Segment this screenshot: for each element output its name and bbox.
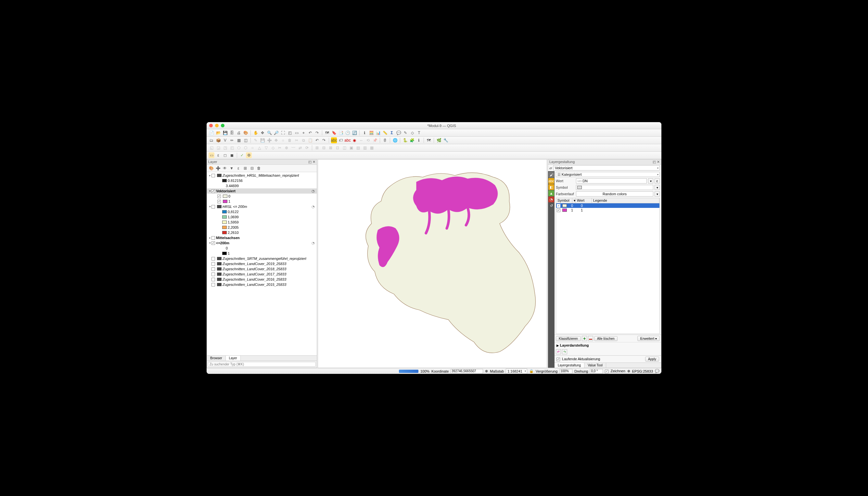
layer-expression-icon[interactable]: ε xyxy=(235,165,242,171)
pan-icon[interactable]: ✋ xyxy=(253,130,259,136)
tab-value-tool[interactable]: Value Tool xyxy=(585,363,606,368)
3d-tab-icon[interactable]: ▲ xyxy=(548,190,554,196)
layer-item[interactable]: ▸Mittelsachsen xyxy=(207,235,317,241)
symbology-tab-icon[interactable]: 🖌 xyxy=(548,172,554,178)
bookmarks-icon[interactable]: 📑 xyxy=(338,130,344,136)
layer-item[interactable]: Zugeschnitten_LandCover_2016_25833 xyxy=(207,277,317,282)
label-diagram-icon[interactable]: 🏷 xyxy=(338,137,344,143)
maximize-button[interactable] xyxy=(221,124,224,127)
layer-visibility-icon[interactable]: 👁 xyxy=(222,165,228,171)
grass-icon[interactable]: 🌿 xyxy=(436,137,442,143)
wert-field[interactable]: 123 DN xyxy=(576,178,647,184)
symbol-dropdown-icon[interactable]: ▾ xyxy=(654,185,660,190)
category-row[interactable]: 1 1 xyxy=(556,208,660,213)
zoom-full-icon[interactable]: ⛶ xyxy=(280,130,286,136)
layer-item[interactable]: Zugeschnitten_LandCover_2019_25833 xyxy=(207,261,317,266)
zoom-out-icon[interactable]: 🔎 xyxy=(273,130,279,136)
open-project-icon[interactable]: 📂 xyxy=(215,130,221,136)
maptips-icon[interactable]: 💬 xyxy=(396,130,402,136)
label-tool-icon[interactable]: ◉ xyxy=(352,137,357,143)
decoration-icon[interactable]: ◇ xyxy=(409,130,415,136)
labeling-icon[interactable]: abc xyxy=(331,137,337,143)
new-project-icon[interactable]: 📄 xyxy=(208,130,214,136)
renderer-combo[interactable]: ☷ Kategorisiert xyxy=(556,172,660,177)
layout-icon[interactable]: 🖨 xyxy=(236,130,242,136)
category-row[interactable]: 0 0 xyxy=(556,203,660,208)
layer-item[interactable]: Zugeschnitten_LandCover_2018_25833 xyxy=(207,266,317,272)
render-check[interactable]: Zeichnen xyxy=(605,369,625,373)
calculator-icon[interactable]: 🧮 xyxy=(368,130,374,136)
open-data-source-icon[interactable]: 🗂 xyxy=(208,137,214,143)
styling-layer-select[interactable]: ▱ Vektorisiert xyxy=(548,165,661,171)
lock-icon[interactable]: 🔒 xyxy=(529,369,534,373)
layer-item[interactable]: Zugeschnitten_LandCover_2015_25833 xyxy=(207,282,317,287)
refresh-icon[interactable]: 🔄 xyxy=(352,130,357,136)
zoom-last-icon[interactable]: ↶ xyxy=(307,130,313,136)
pan-selection-icon[interactable]: ✥ xyxy=(260,130,265,136)
layer-item-selected[interactable]: ▾Vektorisiert◔ xyxy=(207,188,317,193)
symbol-field[interactable] xyxy=(576,185,653,190)
scale-combo[interactable]: 1:168241 xyxy=(506,369,527,374)
new-bookmark-icon[interactable]: 🔖 xyxy=(331,130,337,136)
delete-all-button[interactable]: Alle löschen xyxy=(594,336,618,341)
classify-button[interactable]: Klassifizieren xyxy=(556,336,581,341)
tab-browser[interactable]: Browser xyxy=(207,356,226,360)
layer-item[interactable]: Zugeschnitten_LandCover_2017_25833 xyxy=(207,272,317,277)
label-highlight-icon[interactable]: abc xyxy=(345,137,351,143)
live-update-check[interactable]: Laufende Aktualisierung xyxy=(557,357,600,361)
processing-toolbox-icon[interactable]: ⚙ xyxy=(246,152,252,158)
layer-remove-icon[interactable]: 🗑 xyxy=(256,165,262,171)
undo-icon[interactable]: ↶ xyxy=(314,137,320,143)
measure-icon[interactable]: 📏 xyxy=(382,130,388,136)
minimize-button[interactable] xyxy=(215,124,219,127)
diagrams-tab-icon[interactable]: ◔ xyxy=(548,197,554,202)
new-geopackage-icon[interactable]: 📦 xyxy=(215,137,221,143)
db-manager-icon[interactable]: 🛢 xyxy=(382,137,388,143)
tab-layergestaltung[interactable]: Layergestaltung xyxy=(555,363,585,368)
wert-expression-icon[interactable]: ε xyxy=(654,178,660,184)
zoom-next-icon[interactable]: ↷ xyxy=(314,130,320,136)
layer-filter-icon[interactable]: ▼ xyxy=(229,165,234,171)
layer-add-group-icon[interactable]: ➕ xyxy=(215,165,221,171)
legend-item[interactable]: 1 xyxy=(207,199,317,204)
save-icon[interactable]: 💾 xyxy=(222,130,228,136)
layer-rendering-row[interactable]: ▶ Layerdarstellung xyxy=(555,342,661,348)
processing-check-icon[interactable]: ✓ xyxy=(239,152,245,158)
save-as-icon[interactable]: 🗄 xyxy=(229,130,235,136)
layer-tree[interactable]: ▸Zugeschnitten_HRSL_Mittelsachsen_reproj… xyxy=(207,172,317,355)
apply-button[interactable]: Apply xyxy=(645,357,659,361)
layer-item[interactable]: ▾<=200m◔ xyxy=(207,241,317,246)
messages-icon[interactable]: 💬 xyxy=(655,369,660,373)
locator-input[interactable] xyxy=(208,362,316,367)
select-expr-icon[interactable]: ε xyxy=(215,152,221,158)
add-raster-icon[interactable]: ▦ xyxy=(236,137,242,143)
redo-icon[interactable]: ↷ xyxy=(321,137,327,143)
python-icon[interactable]: 🐍 xyxy=(402,137,408,143)
temporal-icon[interactable]: 🕒 xyxy=(345,130,351,136)
select-all-icon[interactable]: ◼ xyxy=(229,152,235,158)
zoom-native-icon[interactable]: ⌖ xyxy=(300,130,306,136)
map-canvas[interactable] xyxy=(318,159,547,368)
deselect-icon[interactable]: ◻ xyxy=(222,152,228,158)
add-vector-icon[interactable]: V xyxy=(222,137,228,143)
ramp-field[interactable]: Random colors xyxy=(576,191,653,197)
layer-collapse-icon[interactable]: ⊟ xyxy=(249,165,255,171)
rot-input[interactable] xyxy=(590,369,603,374)
layer-style-icon[interactable]: 🎨 xyxy=(208,165,214,171)
zoom-in-icon[interactable]: 🔍 xyxy=(266,130,272,136)
layer-expand-icon[interactable]: ⊞ xyxy=(242,165,248,171)
advanced-button[interactable]: Erweitert ▾ xyxy=(637,336,660,341)
crs-label[interactable]: EPSG:25833 xyxy=(632,369,653,373)
osm-icon[interactable]: 🗺 xyxy=(426,137,432,143)
crs-icon[interactable]: ⊕ xyxy=(627,369,630,373)
history-tab-icon[interactable]: ↺ xyxy=(548,203,554,208)
layer-item[interactable]: Zugeschnitten_SRTM_zusammengeführt_repro… xyxy=(207,256,317,261)
annotation-icon[interactable]: ✎ xyxy=(403,130,408,136)
layer-item[interactable]: ▾HRSL <= 200m◔ xyxy=(207,204,317,209)
undo-style-icon[interactable]: ↶ xyxy=(556,349,561,354)
masks-tab-icon[interactable]: ◧ xyxy=(548,184,554,190)
new-map-view-icon[interactable]: 🗺 xyxy=(324,130,330,136)
edit-toggle-icon[interactable]: ✏ xyxy=(229,137,235,143)
wert-dropdown-icon[interactable]: ▾ xyxy=(648,178,653,184)
coord-toggle-icon[interactable]: ⊕ xyxy=(485,369,488,373)
